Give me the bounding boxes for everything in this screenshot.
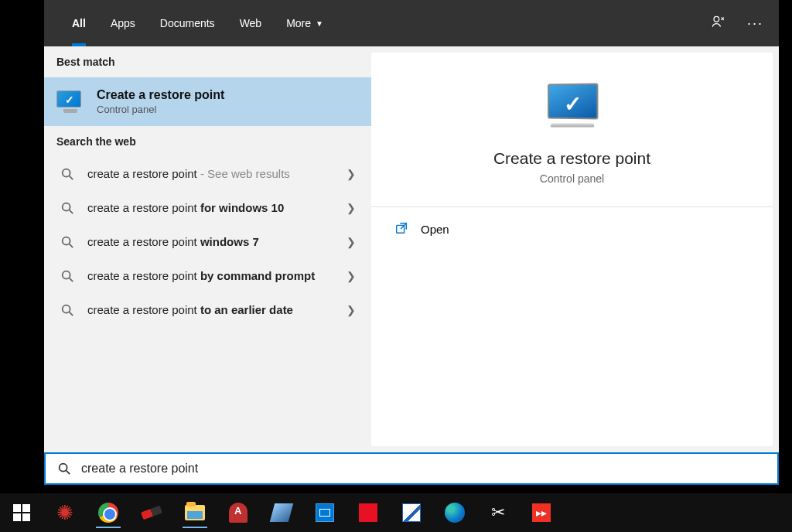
best-match-subtitle: Control panel	[97, 104, 224, 115]
anydesk-icon: ▸▸	[532, 503, 551, 522]
tab-apps[interactable]: Apps	[98, 0, 148, 46]
open-label: Open	[421, 223, 449, 236]
open-action[interactable]: Open	[371, 210, 773, 248]
stickynote-icon	[270, 503, 293, 522]
usb-icon	[141, 506, 162, 520]
ellipsis-icon[interactable]: ···	[747, 15, 763, 32]
feedback-icon[interactable]	[710, 14, 725, 32]
web-result-text: create a restore point - See web results	[87, 166, 334, 182]
taskbar-bluesquare[interactable]	[308, 497, 342, 528]
chevron-right-icon[interactable]: ❯	[346, 168, 356, 180]
tab-all[interactable]: All	[60, 0, 98, 46]
search-icon	[56, 461, 72, 476]
pdf-icon	[229, 503, 248, 523]
web-result-text: create a restore point windows 7	[87, 234, 334, 250]
taskbar-edge[interactable]	[438, 497, 472, 528]
web-result-text: create a restore point by command prompt	[87, 268, 334, 284]
search-icon	[60, 234, 75, 250]
svg-point-12	[60, 464, 67, 472]
web-result-bold: to an earlier date	[200, 303, 293, 316]
chrome-icon	[98, 503, 118, 523]
tab-web[interactable]: Web	[227, 0, 275, 46]
tab-more[interactable]: More ▼	[274, 0, 336, 46]
svg-line-8	[70, 278, 73, 282]
taskbar-sticky[interactable]	[265, 497, 299, 528]
svg-point-0	[714, 16, 719, 22]
search-icon	[60, 302, 75, 318]
chevron-right-icon[interactable]: ❯	[346, 202, 356, 214]
redsquare-icon	[359, 503, 377, 522]
tab-more-label: More	[286, 17, 311, 29]
detail-subtitle: Control panel	[394, 172, 749, 185]
taskbar-usb[interactable]	[135, 497, 169, 528]
web-result[interactable]: create a restore point for windows 10❯	[44, 191, 371, 225]
tab-documents[interactable]: Documents	[148, 0, 227, 46]
huawei-icon: ✺	[56, 501, 73, 525]
web-result-prefix: create a restore point	[87, 235, 200, 248]
section-best-match: Best match	[44, 46, 371, 77]
diagsquare-icon	[402, 503, 421, 522]
scissors-icon: ✂	[491, 503, 505, 523]
svg-line-10	[70, 312, 73, 316]
taskbar-pdf[interactable]	[221, 497, 255, 528]
svg-point-1	[63, 169, 70, 177]
web-result-prefix: create a restore point	[87, 201, 200, 214]
search-box[interactable]	[44, 452, 779, 485]
results-column: Best match ✓ Create a restore point Cont…	[44, 46, 371, 452]
web-result-prefix: create a restore point	[87, 269, 200, 282]
windows-logo-icon	[13, 504, 30, 521]
best-match-title: Create a restore point	[97, 88, 224, 102]
search-input[interactable]	[81, 462, 766, 476]
svg-line-2	[70, 176, 73, 180]
folder-icon	[185, 505, 205, 520]
taskbar-huawei[interactable]: ✺	[48, 497, 82, 528]
chevron-right-icon[interactable]: ❯	[346, 270, 356, 282]
search-icon	[60, 268, 75, 284]
chevron-right-icon[interactable]: ❯	[346, 236, 356, 248]
taskbar-file-explorer[interactable]	[178, 497, 212, 528]
monitor-check-icon: ✓	[56, 90, 84, 114]
web-result[interactable]: create a restore point - See web results…	[44, 157, 371, 191]
detail-title: Create a restore point	[394, 149, 749, 168]
chevron-right-icon[interactable]: ❯	[346, 304, 356, 316]
svg-point-5	[63, 237, 70, 245]
svg-line-6	[70, 244, 73, 248]
svg-line-4	[70, 210, 73, 214]
edge-icon	[445, 503, 465, 523]
web-result-text: create a restore point for windows 10	[87, 200, 334, 216]
web-result[interactable]: create a restore point by command prompt…	[44, 259, 371, 293]
svg-line-13	[67, 471, 70, 475]
detail-column: ✓ Create a restore point Control panel O…	[371, 53, 773, 446]
taskbar-anydesk[interactable]: ▸▸	[524, 497, 558, 528]
web-result-prefix: create a restore point	[87, 167, 197, 180]
web-result-prefix: create a restore point	[87, 303, 200, 316]
open-icon	[394, 221, 408, 237]
web-result-text: create a restore point to an earlier dat…	[87, 302, 334, 318]
taskbar-chrome[interactable]	[91, 497, 125, 528]
section-search-web: Search the web	[44, 126, 371, 157]
taskbar-snip[interactable]: ✂	[481, 497, 515, 528]
taskbar: ✺ ✂ ▸▸	[0, 493, 792, 532]
bluesquare-icon	[316, 503, 334, 522]
windows-search-panel: All Apps Documents Web More ▼ ··· Best m…	[44, 0, 779, 485]
best-match-result[interactable]: ✓ Create a restore point Control panel	[44, 77, 371, 126]
svg-point-9	[63, 305, 70, 313]
monitor-check-icon-large: ✓	[541, 84, 603, 129]
taskbar-redsquare[interactable]	[351, 497, 385, 528]
taskbar-diagsquare[interactable]	[394, 497, 428, 528]
svg-point-7	[63, 271, 70, 279]
web-result-suffix: - See web results	[197, 167, 290, 180]
start-button[interactable]	[5, 497, 39, 528]
svg-point-3	[63, 203, 70, 211]
web-result-bold: by command prompt	[200, 269, 315, 282]
search-icon	[60, 200, 75, 216]
web-result[interactable]: create a restore point windows 7❯	[44, 225, 371, 259]
web-result-bold: for windows 10	[200, 201, 284, 214]
web-result[interactable]: create a restore point to an earlier dat…	[44, 293, 371, 327]
search-tabs-header: All Apps Documents Web More ▼ ···	[44, 0, 779, 46]
chevron-down-icon: ▼	[316, 19, 323, 28]
web-result-bold: windows 7	[200, 235, 259, 248]
search-icon	[60, 166, 75, 182]
